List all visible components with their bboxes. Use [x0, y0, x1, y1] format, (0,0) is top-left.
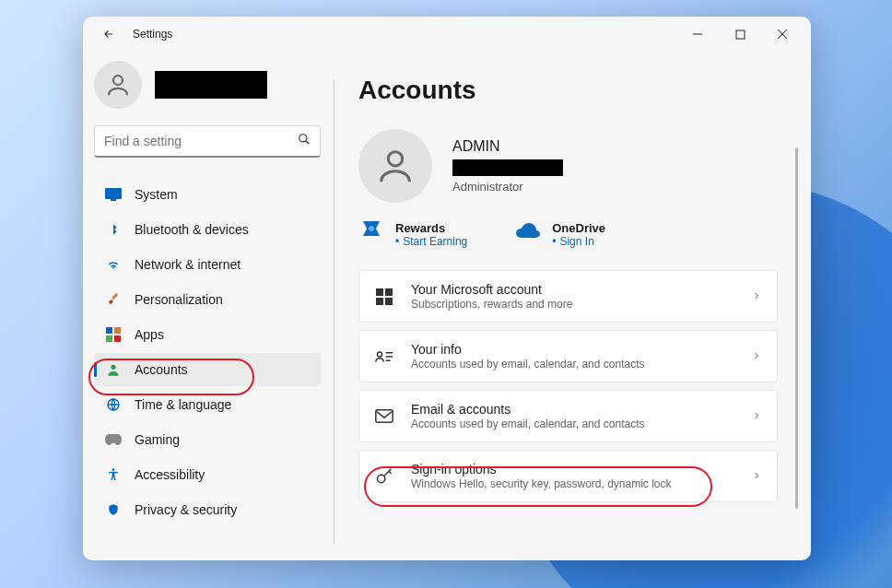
- nav-apps[interactable]: Apps: [94, 318, 321, 351]
- info-card-icon: [374, 347, 394, 367]
- svg-point-12: [388, 152, 402, 166]
- microsoft-icon: [374, 287, 394, 307]
- svg-point-20: [378, 475, 385, 482]
- svg-rect-14: [376, 288, 383, 296]
- redacted-email: [452, 159, 563, 176]
- nav-accounts[interactable]: Accounts: [94, 353, 321, 386]
- nav-label: Time & language: [135, 397, 231, 412]
- svg-rect-4: [111, 199, 116, 201]
- tile-sub: Sign In: [552, 235, 605, 248]
- rewards-icon: [358, 221, 384, 240]
- card-email-accounts[interactable]: Email & accounts Accounts used by email,…: [358, 390, 778, 442]
- search-box[interactable]: [94, 125, 321, 158]
- nav-label: Bluetooth & devices: [135, 222, 249, 237]
- brush-icon: [105, 291, 122, 308]
- nav-label: Privacy & security: [135, 502, 237, 517]
- nav-label: Network & internet: [135, 257, 241, 272]
- key-icon: [374, 466, 394, 487]
- svg-rect-5: [106, 327, 112, 334]
- gamepad-icon: [105, 431, 122, 448]
- chevron-right-icon: [751, 288, 762, 305]
- account-role: Administrator: [452, 180, 563, 194]
- nav-label: System: [135, 187, 178, 202]
- svg-point-13: [369, 226, 374, 231]
- scrollbar[interactable]: [795, 147, 798, 509]
- nav-personalization[interactable]: Personalization: [94, 283, 321, 316]
- account-header: ADMIN Administrator: [358, 129, 804, 203]
- bluetooth-icon: [105, 221, 122, 238]
- svg-rect-8: [114, 335, 121, 342]
- svg-rect-3: [105, 188, 122, 199]
- card-signin-options[interactable]: Sign-in options Windows Hello, security …: [358, 450, 778, 502]
- nav-label: Accessibility: [135, 467, 205, 482]
- tile-title: Rewards: [395, 221, 467, 235]
- nav-time-language[interactable]: Time & language: [94, 388, 321, 421]
- tiles: Rewards Start Earning OneDrive Sign In: [358, 221, 804, 248]
- nav-system[interactable]: System: [94, 178, 321, 211]
- svg-point-11: [112, 468, 115, 471]
- close-button[interactable]: [761, 19, 804, 49]
- card-microsoft-account[interactable]: Your Microsoft account Subscriptions, re…: [358, 270, 778, 323]
- person-icon: [105, 361, 122, 378]
- card-sub: Accounts used by email, calendar, and co…: [411, 417, 734, 430]
- search-input[interactable]: [104, 134, 298, 148]
- avatar-icon: [94, 61, 142, 109]
- svg-rect-6: [114, 327, 121, 334]
- mail-icon: [374, 406, 394, 427]
- card-your-info[interactable]: Your info Accounts used by email, calend…: [358, 330, 778, 382]
- tile-onedrive[interactable]: OneDrive Sign In: [515, 221, 605, 248]
- card-title: Your Microsoft account: [411, 282, 734, 297]
- settings-window: Settings System: [83, 17, 811, 560]
- main-panel: Accounts ADMIN Administrator Rewards Sta…: [334, 52, 811, 560]
- chevron-right-icon: [751, 348, 762, 365]
- card-sub: Windows Hello, security key, password, d…: [411, 477, 734, 490]
- svg-rect-19: [376, 410, 393, 422]
- onedrive-icon: [515, 221, 541, 240]
- nav-network[interactable]: Network & internet: [94, 248, 321, 281]
- avatar-icon: [358, 129, 432, 203]
- svg-rect-17: [385, 298, 393, 305]
- apps-icon: [105, 326, 122, 343]
- redacted-name: [155, 71, 267, 99]
- sidebar-profile[interactable]: [94, 61, 321, 109]
- minimize-button[interactable]: [676, 19, 719, 49]
- shield-icon: [105, 501, 122, 518]
- svg-point-2: [299, 135, 307, 142]
- back-button[interactable]: [98, 23, 120, 45]
- accessibility-icon: [105, 466, 122, 483]
- svg-point-18: [378, 352, 382, 357]
- svg-point-1: [113, 76, 123, 85]
- system-icon: [105, 186, 122, 203]
- nav-label: Accounts: [135, 362, 188, 377]
- card-sub: Accounts used by email, calendar, and co…: [411, 358, 734, 370]
- chevron-right-icon: [751, 468, 762, 485]
- cards: Your Microsoft account Subscriptions, re…: [358, 270, 804, 502]
- sidebar: System Bluetooth & devices Network & int…: [83, 52, 334, 560]
- tile-rewards[interactable]: Rewards Start Earning: [358, 221, 467, 248]
- nav: System Bluetooth & devices Network & int…: [94, 178, 321, 526]
- titlebar: Settings: [83, 17, 811, 52]
- nav-label: Personalization: [135, 292, 223, 307]
- search-icon: [298, 133, 311, 149]
- svg-rect-7: [106, 335, 112, 342]
- nav-gaming[interactable]: Gaming: [94, 423, 321, 456]
- account-name: ADMIN: [452, 138, 563, 155]
- maximize-button[interactable]: [719, 19, 761, 49]
- globe-icon: [105, 396, 122, 413]
- card-sub: Subscriptions, rewards and more: [411, 298, 734, 311]
- card-title: Your info: [411, 342, 734, 357]
- nav-privacy[interactable]: Privacy & security: [94, 493, 321, 526]
- svg-rect-15: [385, 288, 393, 296]
- nav-label: Gaming: [135, 432, 180, 447]
- nav-label: Apps: [135, 327, 164, 342]
- card-title: Email & accounts: [411, 402, 734, 417]
- wifi-icon: [105, 256, 122, 273]
- nav-bluetooth[interactable]: Bluetooth & devices: [94, 213, 321, 246]
- chevron-right-icon: [751, 408, 762, 425]
- svg-rect-16: [376, 298, 383, 305]
- tile-sub: Start Earning: [395, 235, 467, 248]
- svg-point-9: [111, 365, 115, 370]
- tile-title: OneDrive: [552, 221, 605, 235]
- svg-rect-0: [736, 30, 745, 39]
- nav-accessibility[interactable]: Accessibility: [94, 458, 321, 491]
